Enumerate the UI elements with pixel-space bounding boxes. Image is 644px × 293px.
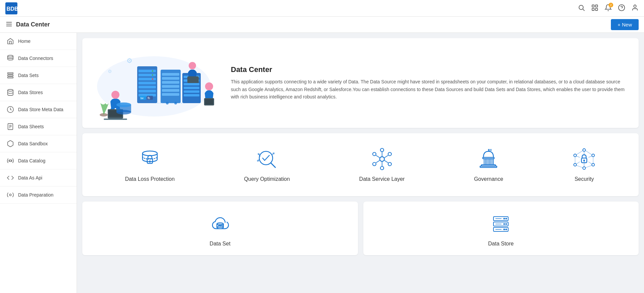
svg-point-92 xyxy=(380,166,384,170)
svg-point-114 xyxy=(583,167,585,169)
sidebar-item-data-as-api[interactable]: Data As Api xyxy=(0,169,77,187)
feature-query-optimization[interactable]: Query Optimization xyxy=(237,144,296,186)
svg-point-36 xyxy=(152,78,153,80)
svg-rect-39 xyxy=(162,77,179,80)
svg-rect-31 xyxy=(139,86,156,88)
sidebar-label-data-as-api: Data As Api xyxy=(18,175,42,180)
svg-text:⚙: ⚙ xyxy=(108,69,112,74)
data-sheets-icon xyxy=(7,123,14,130)
notification-badge: 2 xyxy=(609,3,613,7)
svg-line-96 xyxy=(384,155,388,158)
page-title: Data Center xyxy=(16,21,50,28)
grid-icon[interactable] xyxy=(591,4,599,13)
feature-label-governance: Governance xyxy=(474,176,503,182)
svg-rect-4 xyxy=(592,5,594,7)
svg-line-97 xyxy=(376,160,380,163)
data-store-bottom-icon xyxy=(487,210,514,237)
data-catalog-icon xyxy=(7,157,14,164)
search-icon[interactable] xyxy=(578,4,585,13)
notification-icon[interactable]: 2 xyxy=(605,4,612,13)
svg-line-98 xyxy=(384,160,388,163)
svg-rect-48 xyxy=(184,87,199,89)
sidebar-item-home[interactable]: Home xyxy=(0,33,77,50)
svg-point-112 xyxy=(592,154,594,157)
main-layout: Home Data Connectors Data Sets xyxy=(0,33,644,293)
bottom-row: </> Data Set xyxy=(82,202,639,255)
user-icon[interactable] xyxy=(631,4,639,13)
sidebar-item-data-sheets[interactable]: Data Sheets xyxy=(0,118,77,135)
svg-rect-40 xyxy=(162,81,179,84)
governance-icon xyxy=(477,147,500,171)
svg-rect-43 xyxy=(162,93,179,96)
bottom-card-data-store[interactable]: Data Store xyxy=(363,202,639,255)
logo[interactable]: BDB xyxy=(5,2,17,14)
svg-rect-54 xyxy=(104,119,127,120)
feature-security[interactable]: Security xyxy=(566,144,603,186)
feature-data-service-layer[interactable]: Data Service Layer xyxy=(353,144,411,186)
svg-text:</>: </> xyxy=(218,223,223,227)
svg-rect-102 xyxy=(484,159,485,165)
svg-rect-73 xyxy=(205,99,213,104)
sidebar-item-data-preparation[interactable]: Data Preparation xyxy=(0,187,77,204)
sub-header-left: Data Center xyxy=(5,20,50,29)
feature-label-data-loss-protection: Data Loss Protection xyxy=(125,176,175,182)
svg-line-121 xyxy=(576,162,580,164)
svg-rect-7 xyxy=(595,8,597,10)
hero-text: Data Center This application supports co… xyxy=(231,65,631,100)
svg-point-35 xyxy=(152,74,153,76)
svg-rect-38 xyxy=(162,73,179,76)
svg-point-51 xyxy=(111,91,119,99)
sidebar-item-data-catalog[interactable]: Data Catalog xyxy=(0,152,77,169)
query-optimization-icon xyxy=(255,147,279,171)
svg-line-122 xyxy=(576,156,580,157)
new-button[interactable]: + New xyxy=(611,19,639,30)
svg-text:⚙: ⚙ xyxy=(126,57,132,64)
hamburger-icon[interactable] xyxy=(5,20,13,29)
sidebar-item-data-stores[interactable]: Data Stores xyxy=(0,84,77,101)
help-icon[interactable] xyxy=(618,4,625,13)
feature-data-loss-protection[interactable]: Data Loss Protection xyxy=(118,144,182,186)
svg-line-79 xyxy=(271,163,275,167)
sidebar-item-data-sets[interactable]: Data Sets xyxy=(0,67,77,84)
svg-rect-16 xyxy=(8,75,13,76)
svg-point-109 xyxy=(583,160,585,161)
feature-governance[interactable]: Governance xyxy=(467,144,510,186)
svg-point-115 xyxy=(574,163,576,166)
svg-point-116 xyxy=(574,154,576,157)
sub-header: Data Center + New xyxy=(0,17,644,33)
svg-rect-5 xyxy=(595,5,597,7)
sidebar-item-data-connectors[interactable]: Data Connectors xyxy=(0,50,77,67)
hero-illustration: ⚙ ⚙ tw fb xyxy=(90,46,217,120)
svg-point-89 xyxy=(373,162,376,166)
sidebar-label-data-store-meta-data: Data Store Meta Data xyxy=(18,107,63,112)
svg-line-118 xyxy=(588,156,592,157)
svg-line-3 xyxy=(583,9,584,11)
svg-point-59 xyxy=(116,110,131,115)
svg-point-141 xyxy=(503,229,505,230)
svg-rect-15 xyxy=(8,73,13,74)
sidebar-item-data-store-meta-data[interactable]: Data Store Meta Data xyxy=(0,101,77,118)
svg-point-18 xyxy=(8,89,13,91)
sidebar-item-data-sandbox[interactable]: Data Sandbox xyxy=(0,135,77,152)
svg-line-125 xyxy=(585,165,592,168)
svg-point-139 xyxy=(503,223,505,225)
data-sets-icon xyxy=(7,72,14,79)
data-preparation-icon xyxy=(7,191,14,199)
home-icon xyxy=(7,38,14,45)
sidebar-label-data-catalog: Data Catalog xyxy=(18,158,45,163)
data-stores-icon xyxy=(7,89,14,96)
svg-text:BDB: BDB xyxy=(7,6,17,12)
svg-point-138 xyxy=(505,223,507,225)
svg-rect-50 xyxy=(184,94,199,96)
svg-line-126 xyxy=(576,165,583,168)
bottom-card-label-data-set: Data Set xyxy=(210,241,231,247)
svg-point-87 xyxy=(373,152,376,156)
content-area: ⚙ ⚙ tw fb xyxy=(77,33,644,293)
svg-rect-41 xyxy=(162,85,179,88)
data-as-api-icon xyxy=(7,174,14,181)
feature-label-security: Security xyxy=(574,176,594,182)
svg-rect-105 xyxy=(492,159,493,165)
svg-rect-100 xyxy=(488,149,492,151)
bottom-card-data-set[interactable]: </> Data Set xyxy=(82,202,358,255)
svg-point-10 xyxy=(634,5,636,7)
